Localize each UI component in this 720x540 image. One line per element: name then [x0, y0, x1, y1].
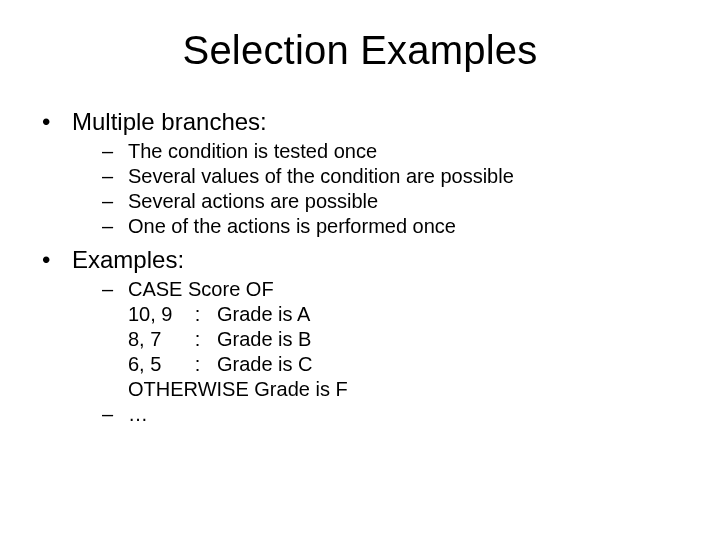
code-line-row: 10, 9 : Grade is A [42, 302, 678, 327]
dash-icon: – [102, 139, 128, 164]
list-item-text: Several actions are possible [128, 189, 378, 214]
page-title: Selection Examples [42, 28, 678, 73]
list-item: – Several actions are possible [42, 189, 678, 214]
section-multiple-branches: • Multiple branches: [42, 107, 678, 137]
section-examples: • Examples: [42, 245, 678, 275]
list-item-ellipsis: – … [42, 402, 678, 427]
code-line: CASE Score OF [128, 277, 274, 302]
bullet-icon: • [42, 245, 72, 275]
code-line-row: OTHERWISE Grade is F [42, 377, 678, 402]
code-line: 8, 7 : Grade is B [128, 327, 311, 352]
dash-icon: – [102, 277, 128, 302]
section-label: Multiple branches: [72, 107, 267, 137]
ellipsis-text: … [128, 402, 148, 427]
code-line: 6, 5 : Grade is C [128, 352, 313, 377]
list-item-text: One of the actions is performed once [128, 214, 456, 239]
code-line-row: 8, 7 : Grade is B [42, 327, 678, 352]
dash-icon: – [102, 402, 128, 427]
list-item-text: The condition is tested once [128, 139, 377, 164]
list-item-text: Several values of the condition are poss… [128, 164, 514, 189]
code-line: OTHERWISE Grade is F [128, 377, 348, 402]
dash-icon: – [102, 214, 128, 239]
dash-icon: – [102, 189, 128, 214]
code-line: 10, 9 : Grade is A [128, 302, 310, 327]
section-label: Examples: [72, 245, 184, 275]
code-line-row: 6, 5 : Grade is C [42, 352, 678, 377]
list-item: – The condition is tested once [42, 139, 678, 164]
list-item: – One of the actions is performed once [42, 214, 678, 239]
list-item: – Several values of the condition are po… [42, 164, 678, 189]
dash-icon: – [102, 164, 128, 189]
code-block-header: – CASE Score OF [42, 277, 678, 302]
bullet-icon: • [42, 107, 72, 137]
